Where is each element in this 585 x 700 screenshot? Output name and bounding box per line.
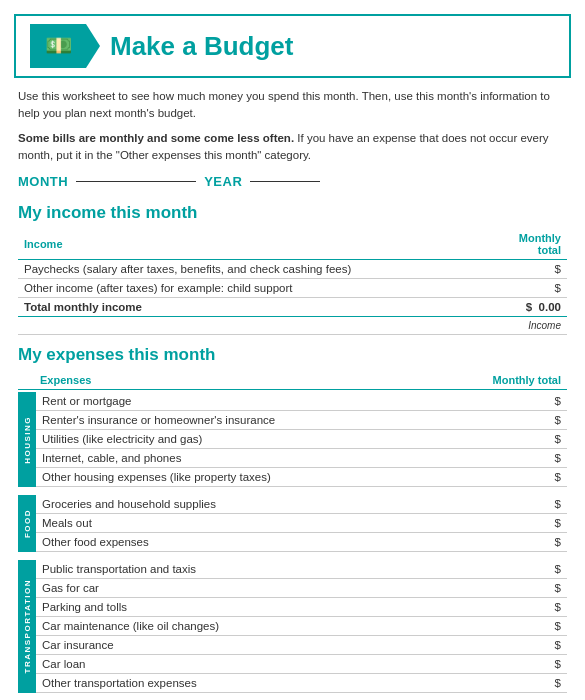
expense-row-value[interactable]: $	[487, 514, 567, 533]
category-block: FOODGroceries and household supplies$Mea…	[18, 495, 567, 552]
expense-row-label: Utilities (like electricity and gas)	[36, 430, 487, 449]
total-label: Total monthly income	[18, 298, 487, 317]
category-side-label: FOOD	[23, 509, 32, 538]
expense-row-label: Other transportation expenses	[36, 674, 487, 693]
expense-row-value[interactable]: $	[487, 598, 567, 617]
expense-row: Utilities (like electricity and gas)$	[36, 430, 567, 449]
expense-row: Public transportation and taxis$	[36, 560, 567, 579]
income-note: Income	[18, 317, 567, 335]
page-body: Use this worksheet to see how much money…	[0, 88, 585, 693]
expense-row: Groceries and household supplies$	[36, 495, 567, 514]
income-section-title: My income this month	[18, 203, 567, 223]
income-row: Other income (after taxes) for example: …	[18, 279, 567, 298]
expense-row-label: Meals out	[36, 514, 487, 533]
expenses-section-title: My expenses this month	[18, 345, 567, 365]
expense-row: Parking and tolls$	[36, 598, 567, 617]
expense-row-value[interactable]: $	[487, 430, 567, 449]
income-row-value[interactable]: $	[487, 260, 567, 279]
category-side-label-wrap: HOUSING	[18, 392, 36, 487]
expense-row-value[interactable]: $	[487, 579, 567, 598]
expense-row-label: Other food expenses	[36, 533, 487, 552]
expense-row-label: Renter's insurance or homeowner's insura…	[36, 411, 487, 430]
page-header: 💵 Make a Budget	[14, 14, 571, 78]
income-row-value[interactable]: $	[487, 279, 567, 298]
expense-row-label: Public transportation and taxis	[36, 560, 487, 579]
expense-row-label: Parking and tolls	[36, 598, 487, 617]
expense-row-value[interactable]: $	[487, 495, 567, 514]
expense-row-value[interactable]: $	[487, 655, 567, 674]
expense-row: Car maintenance (like oil changes)$	[36, 617, 567, 636]
header-icon-wrap: 💵	[30, 24, 86, 68]
expense-table: Rent or mortgage$Renter's insurance or h…	[36, 392, 567, 487]
expense-row-value[interactable]: $	[487, 533, 567, 552]
expense-row-value[interactable]: $	[487, 468, 567, 487]
expense-row-label: Car insurance	[36, 636, 487, 655]
category-side-label: HOUSING	[23, 416, 32, 464]
total-value: $ 0.00	[487, 298, 567, 317]
expense-row-label: Rent or mortgage	[36, 392, 487, 411]
category-table-wrap: Public transportation and taxis$Gas for …	[36, 560, 567, 693]
money-icon: 💵	[45, 33, 72, 59]
expense-row: Gas for car$	[36, 579, 567, 598]
page-title: Make a Budget	[110, 31, 294, 62]
month-label: MONTH	[18, 174, 68, 189]
expenses-col-header: Expenses	[18, 371, 291, 390]
category-block: TRANSPORTATIONPublic transportation and …	[18, 560, 567, 693]
expense-table: Groceries and household supplies$Meals o…	[36, 495, 567, 552]
expense-row: Meals out$	[36, 514, 567, 533]
expenses-monthly-col-header: Monthly total	[291, 371, 567, 390]
expense-row: Car insurance$	[36, 636, 567, 655]
expense-row-value[interactable]: $	[487, 411, 567, 430]
category-block: HOUSINGRent or mortgage$Renter's insuran…	[18, 392, 567, 487]
expense-row: Other transportation expenses$	[36, 674, 567, 693]
expense-row-value[interactable]: $	[487, 392, 567, 411]
expense-row-value[interactable]: $	[487, 560, 567, 579]
category-table-wrap: Groceries and household supplies$Meals o…	[36, 495, 567, 552]
category-side-label: TRANSPORTATION	[23, 579, 32, 673]
expense-row-label: Gas for car	[36, 579, 487, 598]
year-label: YEAR	[204, 174, 242, 189]
category-side-label-wrap: FOOD	[18, 495, 36, 552]
expense-row-value[interactable]: $	[487, 636, 567, 655]
expense-row-value[interactable]: $	[487, 674, 567, 693]
expense-row: Rent or mortgage$	[36, 392, 567, 411]
expense-row: Other food expenses$	[36, 533, 567, 552]
expense-row-label: Groceries and household supplies	[36, 495, 487, 514]
income-col-header: Income	[18, 229, 487, 260]
category-table-wrap: Rent or mortgage$Renter's insurance or h…	[36, 392, 567, 487]
income-row-label: Other income (after taxes) for example: …	[18, 279, 487, 298]
category-side-label-wrap: TRANSPORTATION	[18, 560, 36, 693]
intro-para2: Some bills are monthly and some come les…	[18, 130, 567, 165]
expense-row: Renter's insurance or homeowner's insura…	[36, 411, 567, 430]
year-input-line[interactable]	[250, 181, 320, 182]
expense-row-value[interactable]: $	[487, 449, 567, 468]
expense-row-value[interactable]: $	[487, 617, 567, 636]
expense-row-label: Other housing expenses (like property ta…	[36, 468, 487, 487]
total-income-row: Total monthly income $ 0.00	[18, 298, 567, 317]
expense-row-label: Car loan	[36, 655, 487, 674]
expense-row: Internet, cable, and phones$	[36, 449, 567, 468]
expense-row-label: Car maintenance (like oil changes)	[36, 617, 487, 636]
income-row-label: Paychecks (salary after taxes, benefits,…	[18, 260, 487, 279]
expenses-header-table: Expenses Monthly total	[18, 371, 567, 390]
month-input-line[interactable]	[76, 181, 196, 182]
expense-table: Public transportation and taxis$Gas for …	[36, 560, 567, 693]
income-row: Paychecks (salary after taxes, benefits,…	[18, 260, 567, 279]
intro-para1: Use this worksheet to see how much money…	[18, 88, 567, 123]
expense-categories: HOUSINGRent or mortgage$Renter's insuran…	[18, 392, 567, 693]
month-year-row: MONTH YEAR	[18, 174, 567, 189]
income-table: Income Monthly total Paychecks (salary a…	[18, 229, 567, 335]
expense-row-label: Internet, cable, and phones	[36, 449, 487, 468]
expense-row: Other housing expenses (like property ta…	[36, 468, 567, 487]
monthly-col-header: Monthly total	[487, 229, 567, 260]
expense-row: Car loan$	[36, 655, 567, 674]
